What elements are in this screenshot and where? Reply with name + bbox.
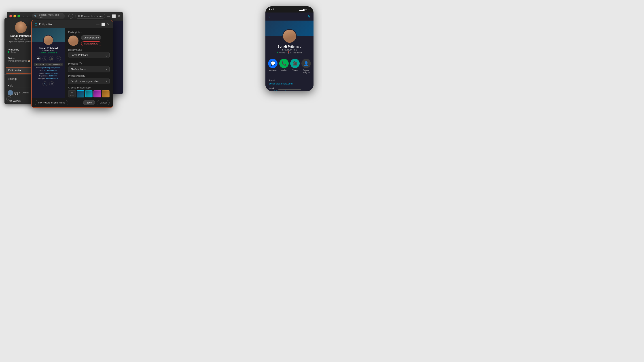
audio-action-btn[interactable]: 📞 Audio	[279, 59, 289, 73]
display-name-wrapper: ✕	[68, 52, 110, 60]
pronouns-select-wrapper: She/Her/Hers He/Him/His They/Them/Theirs…	[68, 66, 110, 72]
status-active-dot: ●	[277, 51, 278, 54]
message-label: Message	[269, 69, 277, 71]
message-action-btn[interactable]: 💬 Message	[268, 59, 278, 73]
preview-work-line: Work: +1 555 123 4567	[33, 69, 63, 72]
no-cover-icon: ⊘	[71, 91, 73, 94]
preview-name: Sonali Pritchard	[39, 47, 58, 49]
phone-status-bar: 9:41 ▂▄▆ ⌾ ▬	[266, 6, 314, 12]
restore-btn[interactable]: ⬜	[112, 14, 116, 18]
cover-item-3[interactable]	[94, 90, 101, 97]
message-circle-icon: 💬	[268, 59, 278, 68]
forward-arrow[interactable]: ›	[26, 14, 28, 18]
pronouns-label: Pronouns i	[68, 62, 110, 65]
phone-email-value[interactable]: sonali@example.com	[269, 82, 310, 85]
people-insights-action-btn[interactable]: 👤 PeopleInsights	[302, 59, 311, 73]
avatar	[15, 21, 26, 33]
preview-avatar	[43, 35, 54, 45]
nav-arrows: ‹ ›	[22, 14, 28, 18]
preview-details: Email: spritchard@example.com Work: +1 5…	[33, 67, 63, 80]
display-name-input[interactable]	[68, 52, 110, 58]
preview-manager-line: Manager: Barbara German	[33, 77, 63, 80]
modal-footer: View People Insights Profile Save Cancel	[32, 98, 113, 107]
save-button[interactable]: Save	[83, 100, 95, 105]
cover-none-item[interactable]: ⊘ None	[68, 90, 76, 97]
profile-pronouns: She/Her/Hers	[14, 38, 28, 40]
phone-work-email-value[interactable]: sonali@example.com	[269, 90, 310, 91]
connect-device-btn[interactable]: 🖥 Connect to a device	[75, 14, 105, 18]
cover-item-4[interactable]	[102, 90, 110, 97]
back-arrow[interactable]: ‹	[22, 14, 25, 18]
profile-pic-thumbnail	[68, 35, 78, 46]
cancel-button[interactable]: Cancel	[97, 100, 110, 105]
office-pin-icon: 📍	[287, 51, 290, 54]
cover-item-2[interactable]	[85, 90, 93, 97]
status-value: Working from home 🏠	[8, 60, 30, 62]
help-label: Help	[8, 84, 13, 87]
close-btn[interactable]: ✕	[118, 14, 120, 18]
preview-icons: 💬 📞 🎥 ⋯	[36, 56, 61, 61]
cover-item-1[interactable]	[77, 90, 84, 97]
search-icon: 🔍	[34, 15, 37, 18]
minimize-btn[interactable]: —	[107, 14, 110, 18]
preview-pronouns: She/Her/Hers	[42, 49, 54, 52]
phone-back-icon[interactable]: ‹	[268, 14, 270, 18]
modal-close-icon[interactable]: ✕	[107, 22, 110, 26]
phone-user-pronouns: She/Her/Hers	[282, 48, 297, 51]
phone-profile-section: Sonali Pritchard She/Her/Hers ● Active •…	[266, 36, 314, 56]
audio-label: Audio	[281, 69, 286, 71]
edit-profile-label: Edit profile	[8, 69, 21, 72]
profile-name: Sonali Pritchard	[10, 34, 31, 38]
close-window-btn[interactable]	[10, 15, 12, 17]
search-placeholder: Search, meet, and call	[39, 13, 62, 19]
video-label: Video	[292, 69, 298, 71]
preview-call-icon: 📞	[42, 56, 48, 61]
pronoun-visibility-select[interactable]: People in my organization Everyone No on…	[68, 78, 110, 84]
availability-dot	[8, 51, 10, 53]
modal-restore-icon[interactable]: ⬜	[101, 22, 105, 26]
help-circle-btn[interactable]: ?	[6, 96, 11, 101]
cover-image-grid: ⊘ None	[68, 90, 110, 98]
availability-label: Availability	[8, 48, 19, 51]
display-name-label: Display name	[68, 49, 110, 51]
preview-video-icon: 🎥	[49, 56, 54, 61]
modal-minimize-icon[interactable]: —	[96, 22, 100, 26]
people-insights-label: PeopleInsights	[303, 69, 310, 73]
profile-pic-section-title: Profile picture	[68, 31, 110, 33]
webex-logo-icon: ⬡	[35, 22, 37, 26]
search-bar[interactable]: 🔍 Search, meet, and call	[32, 13, 64, 19]
view-people-insights-button[interactable]: View People Insights Profile	[35, 100, 68, 105]
maximize-window-btn[interactable]	[18, 15, 20, 17]
form-panel: Profile picture Change picture Delete pi…	[65, 28, 113, 98]
signal-bars-icon: ▂▄▆	[300, 8, 304, 11]
phone-content: Sonali Pritchard She/Her/Hers ● Active •…	[266, 20, 314, 91]
clear-display-name-icon[interactable]: ✕	[105, 54, 108, 58]
phone-edit-icon[interactable]: ✎	[308, 14, 310, 19]
video-action-btn[interactable]: 🎥 Video	[290, 59, 300, 73]
profile-email: spritchard@example.com	[9, 40, 32, 43]
wifi-icon: ⌾	[306, 8, 307, 11]
pronouns-info-icon[interactable]: i	[79, 62, 82, 65]
window-controls	[10, 15, 20, 17]
change-picture-button[interactable]: Change picture	[81, 35, 101, 40]
minimize-window-btn[interactable]	[14, 15, 16, 17]
preview-panel: Sonali Pritchard She/Her/Hers Active • L…	[32, 28, 65, 98]
delete-picture-button[interactable]: Delete picture	[81, 41, 101, 46]
darren-avatar	[8, 90, 13, 95]
phone-frame: 9:41 ▂▄▆ ⌾ ▬ ‹ ✎ Sonali Pritchard She/He…	[266, 6, 314, 91]
phone-action-buttons: 💬 Message 📞 Audio 🎥 Video 👤 PeopleInsigh…	[266, 56, 314, 75]
cover-image-label: Choose a cover image	[68, 86, 110, 89]
preview-chat-icon: 💬	[36, 56, 41, 61]
pronouns-select[interactable]: She/Her/Hers He/Him/His They/Them/Theirs	[68, 66, 110, 72]
battery-icon: ▬	[308, 8, 310, 11]
modal-title-left: ⬡ Edit profile	[35, 22, 52, 26]
preview-mail-icon: ✉	[49, 81, 54, 86]
modal-action-buttons: Save Cancel	[83, 100, 110, 105]
pronoun-visibility-label: Pronoun visibility	[68, 75, 110, 77]
preview-avatar-wrapper	[43, 35, 54, 45]
profile-pic-actions: Change picture Delete picture	[81, 35, 101, 46]
phone-time: 9:41	[269, 8, 274, 11]
phone-user-name: Sonali Pritchard	[278, 45, 302, 48]
add-tab-btn[interactable]: +	[68, 14, 73, 18]
modal-body: Sonali Pritchard She/Her/Hers Active • L…	[32, 28, 113, 98]
